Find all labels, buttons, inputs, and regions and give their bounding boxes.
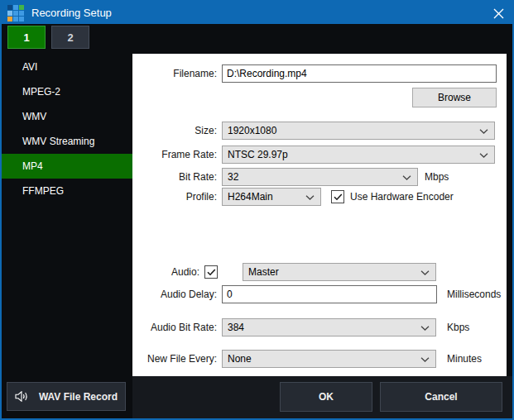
- audio-label: Audio:: [132, 263, 199, 281]
- audio-delay-input[interactable]: [222, 285, 437, 303]
- tab-1[interactable]: 1: [7, 26, 46, 49]
- recording-setup-dialog: Recording Setup 1 2 AVI MPEG-2 WMV WMV S…: [0, 0, 514, 420]
- chevron-down-icon: [420, 270, 430, 275]
- sidebar-item-mp4[interactable]: MP4: [2, 154, 132, 179]
- profile-select[interactable]: H264Main: [222, 188, 321, 206]
- audio-bit-rate-label: Audio Bit Rate:: [132, 318, 217, 336]
- bit-rate-label: Bit Rate:: [132, 168, 217, 186]
- audio-source-value: Master: [248, 266, 279, 278]
- ok-button[interactable]: OK: [280, 382, 372, 412]
- sidebar-item-mpeg2[interactable]: MPEG-2: [2, 79, 132, 104]
- app-grid-icon: [7, 5, 24, 21]
- sidebar-item-avi[interactable]: AVI: [2, 55, 132, 79]
- audio-bit-rate-unit: Kbps: [447, 318, 469, 336]
- close-icon: [493, 8, 504, 19]
- bit-rate-value: 32: [228, 171, 238, 183]
- audio-source-select[interactable]: Master: [243, 263, 436, 281]
- audio-checkbox[interactable]: [204, 265, 218, 279]
- close-button[interactable]: [492, 7, 505, 20]
- profile-value: H264Main: [228, 191, 273, 203]
- checkmark-icon: [334, 193, 343, 201]
- browse-button[interactable]: Browse: [412, 88, 497, 107]
- settings-panel: Filename: Browse Size: 1920x1080 Frame R…: [132, 54, 507, 376]
- grid-square: [19, 17, 24, 21]
- sidebar-item-wmv-streaming[interactable]: WMV Streaming: [2, 129, 132, 154]
- size-select[interactable]: 1920x1080: [222, 122, 495, 140]
- grid-square: [13, 5, 18, 10]
- grid-square: [7, 5, 12, 10]
- bit-rate-unit: Mbps: [425, 168, 449, 186]
- new-file-every-label: New File Every:: [132, 350, 217, 368]
- chevron-down-icon: [420, 326, 430, 331]
- chevron-down-icon: [479, 129, 488, 134]
- grid-square: [19, 5, 24, 10]
- size-value: 1920x1080: [228, 125, 276, 136]
- new-file-every-value: None: [228, 353, 252, 365]
- audio-delay-label: Audio Delay:: [132, 285, 217, 303]
- filename-label: Filename:: [132, 64, 217, 83]
- frame-rate-value: NTSC 29.97p: [228, 149, 288, 160]
- chevron-down-icon: [305, 195, 315, 200]
- grid-square: [7, 17, 12, 21]
- new-file-every-unit: Minutes: [447, 350, 482, 368]
- frame-rate-label: Frame Rate:: [132, 146, 217, 164]
- profile-label: Profile:: [132, 188, 217, 206]
- grid-square: [19, 11, 24, 16]
- format-list: AVI MPEG-2 WMV WMV Streaming MP4 FFMPEG: [2, 55, 132, 203]
- checkmark-icon: [207, 269, 216, 276]
- frame-rate-select[interactable]: NTSC 29.97p: [222, 146, 495, 164]
- size-label: Size:: [132, 122, 217, 140]
- sidebar-item-ffmpeg[interactable]: FFMPEG: [2, 179, 132, 203]
- filename-input[interactable]: [222, 64, 497, 83]
- grid-square: [7, 11, 12, 16]
- grid-square: [13, 11, 18, 16]
- cancel-button[interactable]: Cancel: [380, 382, 502, 412]
- chevron-down-icon: [420, 357, 430, 362]
- grid-square: [13, 17, 18, 21]
- audio-delay-unit: Milliseconds: [447, 285, 501, 303]
- chevron-down-icon: [402, 175, 411, 180]
- sidebar-item-wmv[interactable]: WMV: [2, 104, 132, 129]
- speaker-icon: [15, 391, 29, 402]
- audio-bit-rate-select[interactable]: 384: [222, 318, 436, 336]
- bit-rate-select[interactable]: 32: [222, 168, 418, 186]
- chevron-down-icon: [479, 153, 488, 158]
- titlebar: Recording Setup: [2, 2, 512, 24]
- new-file-every-select[interactable]: None: [222, 350, 436, 368]
- hardware-encoder-label: Use Hardware Encoder: [350, 188, 454, 206]
- window-title: Recording Setup: [31, 7, 112, 19]
- wav-file-record-button[interactable]: WAV File Record: [7, 382, 126, 411]
- wav-file-record-label: WAV File Record: [39, 391, 118, 403]
- hardware-encoder-checkbox[interactable]: [331, 190, 344, 203]
- audio-bit-rate-value: 384: [228, 322, 244, 333]
- tab-2[interactable]: 2: [51, 26, 89, 49]
